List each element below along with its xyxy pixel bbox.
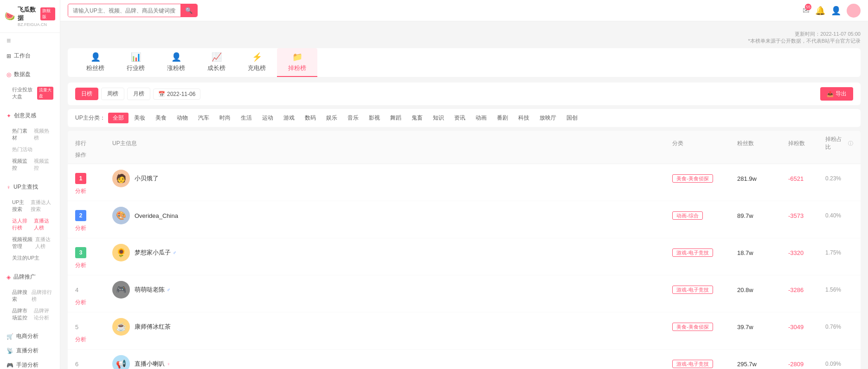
fans-tab-icon: 👤 [90, 52, 101, 62]
analyze-btn-2[interactable]: 分析 [75, 225, 86, 231]
sidebar-sub-video-manage[interactable]: 视频视频管理 直播达人榜 [0, 234, 60, 252]
sidebar-item-up-search[interactable]: ♀ UP主查找 [0, 179, 60, 195]
logo-badge: 旗舰版 [40, 7, 55, 20]
cat-game[interactable]: 游戏 [279, 113, 299, 123]
sidebar-item-ecommerce[interactable]: 🛒 电商分析 [0, 329, 60, 344]
tab-industry[interactable]: 📊 行业榜 [116, 48, 156, 77]
up-name-6: 直播小喇叭 [135, 360, 165, 368]
up-avatar-3: 🌻 [112, 244, 130, 261]
table-row: 3 🌻 梦想家小瓜子 ♂ 游戏-电子竞技 18.7w -3320 1.75% 分… [68, 238, 861, 275]
drop-tab-label: 掉粉榜 [288, 64, 306, 72]
analyze-btn-4[interactable]: 分析 [75, 299, 86, 305]
cat-life[interactable]: 生活 [236, 113, 257, 123]
cat-entertainment[interactable]: 娱乐 [321, 113, 342, 123]
sidebar-sub-brand-market[interactable]: 品牌市场监控 品牌评论分析 [0, 305, 60, 324]
cat-animal[interactable]: 动物 [172, 113, 193, 123]
analyze-btn-5[interactable]: 分析 [75, 336, 86, 343]
tab-rising[interactable]: 👤 涨粉榜 [156, 48, 196, 77]
analyze-btn-3[interactable]: 分析 [75, 262, 86, 268]
fans-4: 20.8w [737, 286, 788, 293]
filter-monthly[interactable]: 月榜 [127, 88, 150, 100]
sidebar-sub-label: 行业投放大盘 [12, 86, 35, 100]
sidebar-sub-datadisk-1[interactable]: 行业投放大盘 流量大盘 [0, 84, 60, 102]
cat-knowledge[interactable]: 知识 [428, 113, 449, 123]
col-fans: 粉丝数 [737, 140, 788, 147]
cat-film[interactable]: 影视 [364, 113, 385, 123]
sidebar-sub-hot-material[interactable]: 热门素材 视频热榜 [0, 125, 60, 144]
up-info-3: 🌻 梦想家小瓜子 ♂ [112, 244, 561, 261]
up-name-2: Overidea_China [135, 212, 178, 219]
sidebar-label-up: UP主查找 [13, 183, 38, 191]
rank-cell: 6 [75, 361, 112, 368]
datadisk-icon: ◎ [6, 71, 11, 78]
ecommerce-icon: 🛒 [6, 333, 13, 340]
date-picker[interactable]: 📅 2022-11-06 [153, 89, 200, 100]
avatar[interactable] [847, 4, 861, 18]
cat-all[interactable]: 全部 [108, 113, 129, 123]
header: 🔍 ✉ 55 🔔 👤 [60, 0, 868, 21]
col-action: 操作 [75, 151, 112, 159]
charge-tab-label: 充电榜 [248, 64, 266, 72]
cat-sports[interactable]: 运动 [257, 113, 278, 123]
tab-drop[interactable]: 📁 掉粉榜 [277, 48, 317, 77]
cat-news[interactable]: 资讯 [450, 113, 470, 123]
analyze-btn-1[interactable]: 分析 [75, 188, 86, 194]
table-row: 2 🎨 Overidea_China 动画-综合 89.7w -3573 0.4… [68, 201, 861, 238]
sidebar-sub-follow-up[interactable]: 关注的UP主 [0, 252, 60, 264]
sidebar-sub-hot-activity[interactable]: 热门活动 [0, 144, 60, 155]
header-right: ✉ 55 🔔 👤 [803, 4, 861, 18]
cat-car[interactable]: 汽车 [193, 113, 214, 123]
tabs-row: 👤 粉丝榜 📊 行业榜 👤 涨粉榜 📈 成长榜 ⚡ 充电榜 📁 掉粉榜 [68, 48, 861, 77]
cat-bangumi[interactable]: 番剧 [492, 113, 513, 123]
ratio-6: 0.09% [825, 361, 853, 367]
sidebar-item-game[interactable]: 🎮 手游分析 [0, 358, 60, 369]
sidebar-item-inspiration[interactable]: ✦ 创意灵感 [0, 108, 60, 123]
col-category: 分类 [672, 140, 737, 147]
tab-fans[interactable]: 👤 粉丝榜 [75, 48, 116, 77]
cat-beauty[interactable]: 美妆 [129, 113, 150, 123]
col-ratio: 掉粉占比 ⓘ [825, 135, 853, 151]
cat-digital[interactable]: 数码 [300, 113, 321, 123]
sidebar-item-live[interactable]: 📡 直播分析 [0, 344, 60, 358]
cat-anime[interactable]: 动画 [471, 113, 491, 123]
search-input[interactable] [68, 5, 180, 17]
cat-music[interactable]: 音乐 [343, 113, 363, 123]
sidebar-sub-rank[interactable]: 达人排行榜 直播达人榜 [0, 215, 60, 234]
category-row: UP主分类： 全部 美妆 美食 动物 汽车 时尚 生活 运动 游戏 数码 娱乐 … [68, 109, 861, 127]
cat-dance[interactable]: 舞蹈 [386, 113, 406, 123]
cat-domestic[interactable]: 国创 [562, 113, 582, 123]
cat-cinema[interactable]: 放映厅 [535, 113, 561, 123]
ratio-3: 1.75% [825, 249, 853, 256]
filter-weekly[interactable]: 周榜 [101, 88, 124, 100]
sidebar-sub-brand-search[interactable]: 品牌搜索 品牌排行榜 [0, 286, 60, 305]
update-note: *本榜单来源于公开数据，不代表B站平台官方记录 [68, 38, 861, 45]
cat-tech[interactable]: 科技 [514, 113, 534, 123]
sidebar-item-datadisk[interactable]: ◎ 数据盘 [0, 67, 60, 82]
bell-icon[interactable]: 🔔 [815, 6, 825, 16]
tab-growth[interactable]: 📈 成长榜 [196, 48, 237, 77]
drop-1: -6521 [788, 175, 825, 182]
cat-ghost[interactable]: 鬼畜 [407, 113, 427, 123]
sidebar-sub-video-monitor[interactable]: 视频监控 视频监控 [0, 155, 60, 174]
cat-food[interactable]: 美食 [151, 113, 171, 123]
drop-4: -3286 [788, 286, 825, 293]
rank-cell: 3 [75, 247, 112, 258]
sidebar-toggle[interactable]: ≡ [0, 33, 60, 49]
up-avatar-4: 🎮 [112, 281, 130, 299]
sidebar-sub-up-search[interactable]: UP主搜索 直播达人搜索 [0, 197, 60, 215]
mail-icon[interactable]: ✉ 55 [803, 6, 810, 16]
sidebar-item-brand[interactable]: ◈ 品牌推广 [0, 269, 60, 285]
table-row: 6 📢 直播小喇叭 ♀ 游戏-电子竞技 295.7w -2809 0.09% 分… [68, 350, 861, 369]
drop-6: -2809 [788, 361, 825, 368]
export-button[interactable]: 📤 导出 [820, 87, 853, 101]
cat-fashion[interactable]: 时尚 [215, 113, 235, 123]
up-avatar-6: 📢 [112, 355, 130, 369]
sidebar-item-workspace[interactable]: ⊞ 工作台 [0, 49, 60, 63]
search-button[interactable]: 🔍 [180, 4, 197, 17]
user-icon[interactable]: 👤 [831, 6, 841, 16]
up-info-1: 🧑 小贝饿了 [112, 170, 561, 187]
sidebar-label-workspace: 工作台 [14, 52, 31, 60]
filter-daily[interactable]: 日榜 [75, 88, 98, 100]
tab-charge[interactable]: ⚡ 充电榜 [237, 48, 277, 77]
table-row: 1 🧑 小贝饿了 美食-美食侦探 281.9w -6521 0.23% 分析 [68, 164, 861, 201]
